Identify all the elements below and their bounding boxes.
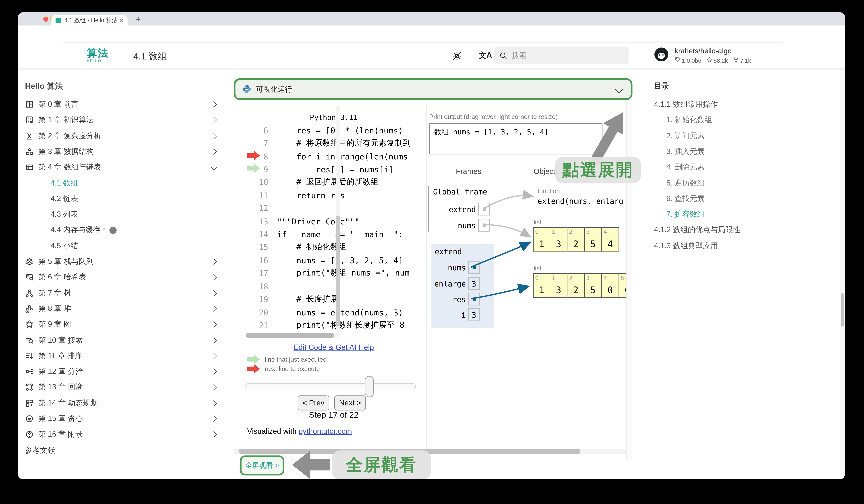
sidebar-item-chapter0[interactable]: 第 0 章 前言 [25,97,219,112]
site-logo[interactable]: 算法 HELLO [86,48,116,64]
list-cell: 13 [550,273,567,298]
list-cell: 13 [550,227,567,252]
list-cell: 22 [567,227,585,252]
close-tab-icon[interactable]: × [119,16,123,24]
sidebar-item-chapter16[interactable]: 第 16 章 附录 [25,427,219,442]
theme-toggle-icon[interactable] [451,50,463,62]
github-repo-link[interactable]: krahets/hello-algo 1.0.0b6 58.2k 7.1k [653,47,751,64]
sidebar-item-chapter3[interactable]: 第 3 章 数据结构 [25,144,219,159]
hash-table-icon [25,273,34,281]
toc-item-3[interactable]: 3. 插入元素 [666,144,791,159]
column-divider [427,105,427,454]
pythontutor-link[interactable]: pythontutor.com [299,427,352,435]
chevron-right-icon [211,353,217,359]
sidebar-item-chapter7[interactable]: 第 7 章 树 [25,286,219,301]
sidebar-item-4-5[interactable]: 4.5 小结 [50,238,217,254]
legend-red-arrow-icon [247,367,254,371]
list-cell: 22 [567,273,585,298]
screenshot-root: 4.1 数组 - Hello 算法 × + https://www.hello-… [0,0,864,504]
visual-run-panel-header[interactable]: 可视化运行 [234,79,632,100]
repo-meta: 1.0.0b6 58.2k 7.1k [675,57,751,64]
toc-item-4-1-2[interactable]: 4.1.2 数组的优点与局限性 [654,222,779,238]
sidebar-item-chapter9[interactable]: 第 9 章 图 [25,317,219,332]
backtracking-icon [25,383,34,392]
frame-horizontal-scrollbar[interactable] [234,449,626,454]
sidebar-site-title: Hello 算法 [25,81,63,92]
prev-button[interactable]: < Prev [298,395,329,410]
sidebar-item-4-1[interactable]: 4.1 数组 [50,176,217,191]
print-output-label: Print output (drag lower right corner to… [429,113,557,120]
sidebar-item-chapter15[interactable]: 第 15 章 贪心 [25,411,219,427]
list-cell: 44 [602,227,619,252]
language-icon[interactable]: 文A [479,50,492,60]
sidebar-item-chapter12[interactable]: 第 12 章 分治 [25,364,219,380]
global-frame-title: Global frame [433,187,501,196]
tab-strip: 4.1 数组 - Hello 算法 × + [18,12,845,25]
sidebar-item-references[interactable]: 参考文献 [25,443,219,458]
repo-forks: 7.1k [740,57,751,64]
extend-var-enlarge: enlarge3 [431,277,480,290]
toc-item-2[interactable]: 2. 访问元素 [666,128,791,144]
tab-title: 4.1 数组 - Hello 算法 [64,16,117,24]
extend-var-nums: nums [431,261,480,274]
toc-item-5[interactable]: 5. 遍历数组 [666,176,791,191]
code-horizontal-scrollbar[interactable] [246,333,338,338]
chevron-right-icon [211,321,217,327]
step-slider-thumb[interactable] [365,376,374,397]
toc-item-4[interactable]: 4. 删除元素 [666,159,791,175]
print-output-box[interactable]: 数组 nums = [1, 3, 2, 5, 4] [429,123,602,155]
sidebar-item-chapter11[interactable]: 第 11 章 排序 [25,348,219,364]
edit-code-link[interactable]: Edit Code & Get AI Help [267,343,400,352]
extend-frame-title: extend [435,247,494,256]
runtime-label: Python 3.11 [278,113,389,122]
just-executed-arrow-icon [247,166,254,171]
sidebar-item-chapter6[interactable]: 第 6 章 哈希表 [25,269,219,285]
sidebar-item-chapter14[interactable]: 第 14 章 动态规划 [25,395,219,411]
sidebar-item-chapter4[interactable]: 第 4 章 数组与链表 [25,159,219,175]
step-slider[interactable] [245,383,416,389]
toc-item-4-1-1[interactable]: 4.1.1 数组常用操作 [654,97,779,112]
sidebar-item-4-4[interactable]: 4.4 内存与缓存 *! [50,222,217,238]
toc-item-6[interactable]: 6. 查找元素 [666,191,791,206]
sidebar-item-chapter5[interactable]: 第 5 章 栈与队列 [25,254,219,269]
toc-item-1[interactable]: 1. 初始化数组 [666,112,791,128]
chevron-right-icon [211,337,217,344]
graph-icon [25,320,34,329]
search-list-icon [25,336,34,345]
sidebar-item-chapter8[interactable]: 第 8 章 堆 [25,301,219,316]
close-window-button[interactable] [43,17,48,22]
logo-main-text: 算法 [86,48,116,58]
visual-run-title: 可视化运行 [256,84,292,94]
fullscreen-view-link[interactable]: 全屏观看 > [240,456,284,476]
next-button[interactable]: Next > [334,395,366,410]
sort-icon [25,352,34,361]
code-vertical-scrollbar[interactable] [336,106,340,334]
page-scrollbar[interactable] [840,44,845,479]
array-table-icon [25,163,34,172]
page-scrollbar-thumb[interactable] [841,293,844,327]
sidebar-item-chapter10[interactable]: 第 10 章 搜索 [25,333,219,348]
chevron-right-icon [211,133,217,139]
sidebar-item-chapter2[interactable]: 第 2 章 复杂度分析 [25,128,219,144]
browser-tab[interactable]: 4.1 数组 - Hello 算法 × [51,15,128,26]
search-placeholder: 搜索 [512,50,527,60]
sidebar-item-4-2[interactable]: 4.2 链表 [50,191,217,206]
sidebar-item-chapter1[interactable]: 第 1 章 初识算法 [25,112,219,128]
code-line: 18 [234,280,277,293]
site-favicon [56,17,61,23]
toc-item-7-active[interactable]: 7. 扩容数组 [666,207,791,222]
list-cell: 01 [533,273,550,298]
toc-item-4-1-3[interactable]: 4.1.3 数组典型应用 [654,238,779,254]
annotation-expand-bubble: 點選展開 [555,157,641,183]
list-type-label: list [533,219,541,226]
visualized-with: Visualized with pythontutor.com [247,427,352,435]
dynamic-programming-icon [25,399,34,408]
star-icon [706,57,712,64]
heap-icon [25,304,34,313]
chevron-down-icon[interactable] [615,85,623,93]
new-tab-button[interactable]: + [132,14,144,25]
chevron-down-icon [211,164,217,170]
sidebar-item-4-3[interactable]: 4.3 列表 [50,207,217,222]
search-input[interactable]: 搜索 [494,47,629,64]
sidebar-item-chapter13[interactable]: 第 13 章 回溯 [25,380,219,395]
